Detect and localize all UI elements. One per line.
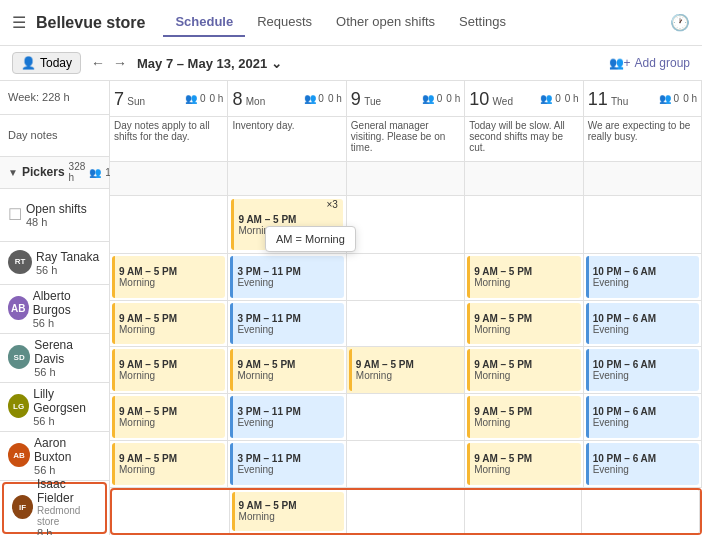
shift-block[interactable]: 9 AM – 5 PM Morning <box>467 349 580 391</box>
shift-block[interactable]: 9 AM – 5 PM Morning <box>467 396 580 438</box>
shift-block[interactable]: 9 AM – 5 PM Morning <box>230 349 343 391</box>
day-notes-row: Day notes apply to all shifts for the da… <box>110 117 702 162</box>
shift-block[interactable]: 9 AM – 5 PM Morning <box>112 396 225 438</box>
schedule-cell-4-3[interactable]: 9 AM – 5 PM Morning <box>465 441 583 487</box>
schedule-cell-3-4[interactable]: 10 PM – 6 AM Evening <box>584 394 702 440</box>
day-name-3: Wed <box>493 96 513 107</box>
avatar-4: AB <box>8 443 30 467</box>
schedule-cell-2-0[interactable]: 9 AM – 5 PM Morning <box>110 347 228 393</box>
shift-block[interactable]: 9 AM – 5 PM Morning <box>349 349 462 391</box>
schedule-cell-0-0[interactable]: 9 AM – 5 PM Morning <box>110 254 228 300</box>
day-header-2: 9 Tue 👥 00 h <box>347 81 465 116</box>
open-shift-cell-1[interactable]: 9 AM – 5 PM Morning ×3 📍 AM = Morning <box>228 196 346 253</box>
schedule-cell-3-0[interactable]: 9 AM – 5 PM Morning <box>110 394 228 440</box>
day-notes-label: Day notes <box>0 115 109 157</box>
chevron-down-icon: ⌄ <box>271 56 282 71</box>
day-stats-0: 👥 00 h <box>185 90 223 108</box>
schedule-cell-0-2 <box>347 254 465 300</box>
day-num-1: 8 <box>232 89 242 109</box>
prev-arrow[interactable]: ← <box>87 53 109 73</box>
schedule-cell-1-3[interactable]: 9 AM – 5 PM Morning <box>465 301 583 347</box>
shift-block[interactable]: 3 PM – 11 PM Evening <box>230 256 343 298</box>
person-row-5: IF Isaac Fielder Redmond store 8 h <box>2 482 107 534</box>
tooltip-text: AM = Morning <box>276 233 345 245</box>
schedule-cell-4-0[interactable]: 9 AM – 5 PM Morning <box>110 441 228 487</box>
schedule-cell-1-0[interactable]: 9 AM – 5 PM Morning <box>110 301 228 347</box>
group-header-cell-0 <box>110 162 228 195</box>
shift-block[interactable]: 9 AM – 5 PM Morning <box>467 443 580 485</box>
day-name-0: Sun <box>127 96 145 107</box>
schedule-cell-2-1[interactable]: 9 AM – 5 PM Morning <box>228 347 346 393</box>
shift-block[interactable]: 9 AM – 5 PM Morning <box>112 256 225 298</box>
open-shift-cell-2 <box>347 196 465 253</box>
group-hours: 328 h <box>69 161 86 183</box>
person-hours-0: 56 h <box>36 264 99 276</box>
schedule-cell-2-2[interactable]: 9 AM – 5 PM Morning <box>347 347 465 393</box>
avatar-0: RT <box>8 250 32 274</box>
schedule-cell-0-4[interactable]: 10 PM – 6 AM Evening <box>584 254 702 300</box>
next-arrow[interactable]: → <box>109 53 131 73</box>
shift-block[interactable]: 3 PM – 11 PM Evening <box>230 443 343 485</box>
day-name-1: Mon <box>246 96 265 107</box>
day-note-0: Day notes apply to all shifts for the da… <box>110 117 228 161</box>
tab-requests[interactable]: Requests <box>245 8 324 37</box>
group-header-cell-3 <box>465 162 583 195</box>
schedule-cell-5-0 <box>112 490 230 533</box>
day-stats-1: 👥 00 h <box>304 90 342 108</box>
schedule-cell-2-3[interactable]: 9 AM – 5 PM Morning <box>465 347 583 393</box>
tab-other-open-shifts[interactable]: Other open shifts <box>324 8 447 37</box>
day-note-4: We are expecting to be really busy. <box>584 117 702 161</box>
hamburger-icon[interactable]: ☰ <box>12 13 26 32</box>
person-sub-5: Redmond store <box>37 505 97 527</box>
schedule-cell-1-1[interactable]: 3 PM – 11 PM Evening <box>228 301 346 347</box>
schedule-cell-3-3[interactable]: 9 AM – 5 PM Morning <box>465 394 583 440</box>
avatar-3: LG <box>8 394 29 418</box>
person-row-2: SD Serena Davis 56 h <box>0 334 109 383</box>
schedule-cell-1-2 <box>347 301 465 347</box>
schedule-cell-3-1[interactable]: 3 PM – 11 PM Evening <box>228 394 346 440</box>
shift-block[interactable]: 9 AM – 5 PM Morning <box>467 256 580 298</box>
day-stats-2: 👥 00 h <box>422 90 460 108</box>
tab-settings[interactable]: Settings <box>447 8 518 37</box>
day-num-2: 9 <box>351 89 361 109</box>
open-shift-cell-4 <box>584 196 702 253</box>
schedule-cell-4-4[interactable]: 10 PM – 6 AM Evening <box>584 441 702 487</box>
shift-block[interactable]: 9 AM – 5 PM Morning <box>112 443 225 485</box>
date-range[interactable]: May 7 – May 13, 2021 ⌄ <box>137 56 282 71</box>
shift-block[interactable]: 9 AM – 5 PM Morning <box>232 492 345 531</box>
today-button[interactable]: 👤 Today <box>12 52 81 74</box>
add-group-button[interactable]: 👥+ Add group <box>609 56 690 70</box>
schedule-cell-0-1[interactable]: 3 PM – 11 PM Evening <box>228 254 346 300</box>
day-header-4: 11 Thu 👥 00 h <box>584 81 702 116</box>
open-shifts-name: Open shifts <box>26 202 87 216</box>
day-name-2: Tue <box>364 96 381 107</box>
day-num-4: 11 <box>588 89 608 109</box>
schedule-cell-1-4[interactable]: 10 PM – 6 AM Evening <box>584 301 702 347</box>
group-name: Pickers <box>22 165 65 179</box>
group-header-cell-1 <box>228 162 346 195</box>
open-shifts-hours: 48 h <box>26 216 87 228</box>
day-num-3: 10 <box>469 89 489 109</box>
shift-block[interactable]: 9 AM – 5 PM Morning <box>467 303 580 345</box>
shift-block[interactable]: 3 PM – 11 PM Evening <box>230 303 343 345</box>
shift-block[interactable]: 9 AM – 5 PM Morning <box>112 349 225 391</box>
shift-block[interactable]: 3 PM – 11 PM Evening <box>230 396 343 438</box>
shift-block[interactable]: 10 PM – 6 AM Evening <box>586 443 699 485</box>
shift-block[interactable]: 9 AM – 5 PM Morning <box>112 303 225 345</box>
shift-block[interactable]: 10 PM – 6 AM Evening <box>586 303 699 345</box>
schedule-cell-2-4[interactable]: 10 PM – 6 AM Evening <box>584 347 702 393</box>
shift-block[interactable]: 10 PM – 6 AM Evening <box>586 396 699 438</box>
clock-icon[interactable]: 🕐 <box>670 13 690 32</box>
schedule-cell-0-3[interactable]: 9 AM – 5 PM Morning <box>465 254 583 300</box>
shift-block[interactable]: 10 PM – 6 AM Evening <box>586 349 699 391</box>
app-container: ☰ Bellevue store Schedule Requests Other… <box>0 0 702 535</box>
day-num-0: 7 <box>114 89 124 109</box>
open-shifts-sidebar: ☐ Open shifts 48 h <box>0 189 109 242</box>
day-name-4: Thu <box>611 96 628 107</box>
day-header-3: 10 Wed 👥 00 h <box>465 81 583 116</box>
schedule-cell-5-1[interactable]: 9 AM – 5 PM Morning <box>230 490 348 533</box>
tab-schedule[interactable]: Schedule <box>163 8 245 37</box>
person-row-3: LG Lilly Georgsen 56 h <box>0 383 109 432</box>
schedule-cell-4-1[interactable]: 3 PM – 11 PM Evening <box>228 441 346 487</box>
shift-block[interactable]: 10 PM – 6 AM Evening <box>586 256 699 298</box>
